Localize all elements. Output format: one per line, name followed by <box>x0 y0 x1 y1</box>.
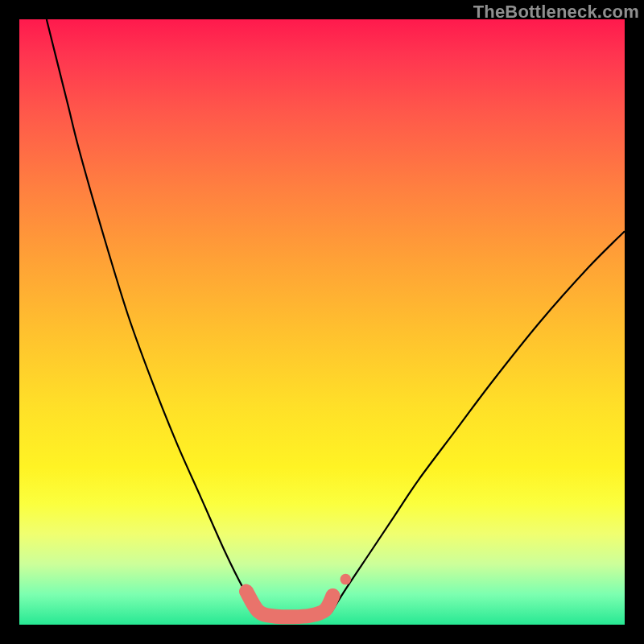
valley-highlight <box>246 592 333 617</box>
curve-left-branch <box>47 19 258 613</box>
chart-svg <box>19 19 625 625</box>
valley-highlight-dot <box>341 574 352 585</box>
plot-area <box>19 19 625 625</box>
chart-frame: TheBottleneck.com <box>0 0 644 644</box>
curve-right-branch <box>331 231 625 613</box>
